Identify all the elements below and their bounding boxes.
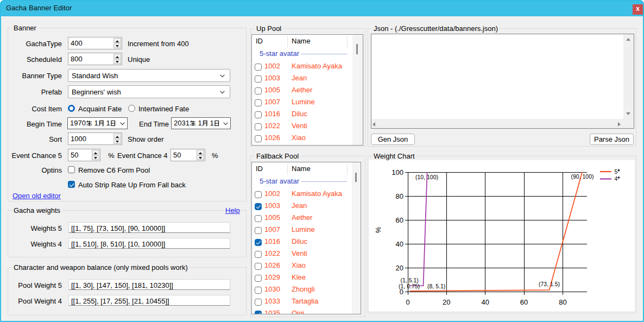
svg-text:(73, 1.5): (73, 1.5): [539, 281, 560, 287]
svg-text:60: 60: [520, 298, 528, 306]
svg-text:20: 20: [396, 264, 403, 272]
svg-text:4: 4: [615, 175, 618, 182]
svg-text:%: %: [374, 226, 382, 233]
svg-text:100: 100: [392, 168, 403, 176]
svg-text:5: 5: [615, 168, 618, 175]
svg-text:40: 40: [481, 298, 489, 306]
svg-text:40: 40: [396, 240, 403, 248]
svg-text:(90, 100): (90, 100): [571, 173, 594, 180]
svg-text:0: 0: [406, 298, 409, 306]
svg-text:(10, 100): (10, 100): [415, 174, 438, 180]
svg-text:80: 80: [559, 298, 566, 306]
svg-text:60: 60: [396, 216, 403, 224]
svg-text:20: 20: [443, 298, 450, 306]
svg-text:80: 80: [396, 192, 403, 200]
svg-text:(8, 5.1): (8, 5.1): [427, 283, 445, 289]
svg-text:(1, 0.75): (1, 0.75): [399, 283, 420, 289]
